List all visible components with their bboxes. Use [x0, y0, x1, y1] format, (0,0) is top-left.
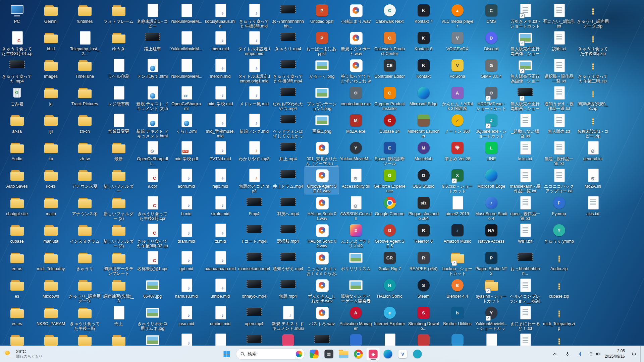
desktop-icon[interactable] — [136, 331, 169, 346]
desktop-icon[interactable]: ✓ノートン 360 — [440, 112, 474, 139]
search-input[interactable]: 検索 — [236, 348, 305, 360]
desktop-icon[interactable]: Pおーばーまにあ.ppsf — [305, 29, 339, 57]
desktop-icon[interactable]: Y↗YukkuriMovieM... - ショートカット — [474, 304, 508, 331]
desktop-icon[interactable]: Yきゅうり.ymmp — [542, 222, 576, 249]
desktop-icon[interactable]: NANative Access — [474, 222, 508, 249]
desktop-icon[interactable]: きゅうり食ってた午後三時 — [68, 304, 102, 331]
desktop-icon[interactable]: _起動しない場合.txt — [508, 112, 542, 139]
desktop-icon[interactable] — [203, 331, 237, 346]
desktop-icon[interactable]: ksks.txt — [508, 139, 542, 167]
desktop-icon[interactable]: HALion Sonic 01.wav — [305, 194, 339, 222]
desktop-icon[interactable]: SSteam — [407, 277, 440, 304]
desktop-icon[interactable]: バストろ.wav — [305, 304, 339, 331]
desktop-icon[interactable]: きゅうり.mp4 — [271, 29, 305, 57]
desktop-icon[interactable]: CCMS — [474, 2, 508, 29]
desktop-icon[interactable]: 小銭詰まり.wav — [339, 2, 373, 29]
taskbar-app-widgets-pinwheel[interactable] — [308, 347, 321, 361]
desktop-icon[interactable]: akis.txt — [576, 194, 610, 222]
desktop-icon[interactable]: YYukkuriMovieM... — [339, 139, 373, 167]
desktop-icon[interactable]: まにまにわーるど！.txt — [508, 304, 542, 331]
desktop-icon[interactable]: 羽茂へ.mp4 — [271, 194, 305, 222]
desktop-icon[interactable]: 最新 — [102, 139, 136, 167]
desktop-icon[interactable]: RREAPER (x64) — [407, 249, 440, 277]
desktop-icon[interactable]: Auto Saves — [0, 167, 34, 194]
desktop-icon[interactable]: 路上駐車 — [136, 29, 169, 57]
desktop-icon[interactable]: sirofo.mid — [203, 194, 237, 222]
desktop-icon[interactable]: ar-sa — [0, 112, 34, 139]
desktop-icon[interactable]: VVOICEVOX — [440, 29, 474, 57]
desktop-icon[interactable]: id-id — [34, 29, 68, 57]
desktop-icon[interactable]: 新しいフォルダー (3) — [102, 222, 136, 249]
desktop-icon[interactable]: hamusu.mid — [169, 277, 203, 304]
desktop-icon[interactable]: テンポあて.html — [136, 57, 169, 84]
desktop-icon[interactable]: きゅうり食ってた午後3時.zip — [576, 29, 610, 57]
desktop-icon[interactable]: es — [0, 277, 34, 304]
desktop-icon[interactable]: chatgpt-site — [0, 194, 34, 222]
desktop-icon[interactable]: KKontakt — [407, 57, 440, 84]
desktop-icon[interactable]: Fコード.mp4 — [237, 222, 271, 249]
desktop-icon[interactable]: bBrother Utilities — [440, 304, 474, 331]
desktop-icon[interactable]: GGroove Agent SE 5 — [373, 222, 407, 249]
desktop-icon[interactable]: プレゼンテーション1.png — [305, 84, 339, 112]
desktop-icon[interactable]: 筆筆まめ Ver.28 — [440, 139, 474, 167]
desktop-icon[interactable]: sfzPlogue sforzando x64 — [407, 194, 440, 222]
desktop-icon[interactable]: mero.mid — [203, 29, 237, 57]
microphone-tray-button[interactable] — [561, 347, 574, 361]
desktop-icon[interactable]: メドレー風.mid — [237, 84, 271, 112]
desktop-icon[interactable]: midi_Telepathy — [34, 249, 68, 277]
desktop-icon[interactable]: 説明.txt — [542, 29, 576, 57]
desktop-icon[interactable]: 無題.mp4 — [271, 277, 305, 304]
desktop-icon[interactable]: KKontakt 7 — [407, 2, 440, 29]
desktop-icon[interactable]: cubase — [0, 222, 34, 249]
desktop-icon[interactable]: 売上 — [102, 304, 136, 331]
desktop-icon[interactable]: YukkuriMovieM... — [169, 29, 203, 57]
desktop-icon[interactable]: 65407.jpg — [136, 277, 169, 304]
desktop-icon[interactable]: OpenCvSharp.xml — [169, 84, 203, 112]
desktop-icon[interactable]: CCubase 14 — [373, 112, 407, 139]
desktop-icon[interactable]: ⚙createdump.exe — [339, 84, 373, 112]
desktop-icon[interactable] — [305, 331, 339, 346]
desktop-icon[interactable] — [474, 331, 508, 346]
clock[interactable]: 2:05 2025/09/16 — [602, 349, 628, 359]
taskbar-app-dark-window-app[interactable]: ▦ — [322, 347, 336, 361]
desktop-icon[interactable]: en-us — [0, 249, 34, 277]
desktop-icon[interactable]: ↗無人販売不正行為動画 - ショートカット — [508, 84, 542, 112]
desktop-icon[interactable]: ↗syasinn - ショートカット — [474, 277, 508, 304]
desktop-icon[interactable]: X↗9.5.xlsx - ショートカット — [440, 167, 474, 194]
desktop-icon[interactable]: runtimes — [68, 2, 102, 29]
desktop-icon[interactable]: aorin.mid — [169, 167, 203, 194]
desktop-icon[interactable]: 死にたい_o歌詞.txt — [542, 2, 576, 29]
desktop-icon[interactable]: こっちｅｈｄｓおｆｄｓｂらお.wav — [305, 249, 339, 277]
desktop-icon[interactable] — [373, 331, 407, 346]
desktop-icon[interactable] — [271, 331, 305, 346]
desktop-icon[interactable]: Aかんたん！AITalk 3 関西風 — [440, 84, 474, 112]
start-button[interactable] — [220, 347, 233, 361]
desktop-icon[interactable]: ニコニコバックアップコー.txt — [542, 167, 576, 194]
network-volume-button[interactable] — [587, 347, 602, 361]
desktop-icon[interactable]: HHALion Sonic — [373, 277, 407, 304]
notification-bell-button[interactable] — [628, 347, 640, 361]
desktop-icon[interactable]: 営業日変更 — [102, 112, 136, 139]
desktop-icon[interactable]: ohhayo-.mp4 — [237, 277, 271, 304]
desktop-icon[interactable]: ゆうき — [102, 29, 136, 57]
desktop-icon[interactable]: きゅうり_調声用データ.zip — [576, 2, 610, 29]
desktop-icon[interactable]: CEController Editor — [373, 57, 407, 84]
desktop-icon[interactable]: open - 親作品一覧.txt — [508, 194, 542, 222]
desktop-icon[interactable]: 新しいフォルダー — [102, 167, 136, 194]
desktop-icon[interactable]: Audio — [0, 139, 34, 167]
desktop-icon[interactable]: Microsoft Edge — [407, 84, 440, 112]
desktop-icon[interactable]: フォトフレーム — [102, 2, 136, 29]
desktop-icon[interactable]: ↗万引きメモ.txt - ショートカット — [508, 2, 542, 29]
desktop-icon[interactable]: PC — [0, 2, 34, 29]
desktop-icon[interactable]: 答え知っててもむずいわこれ.wav — [339, 57, 373, 84]
desktop-icon[interactable]: BBlender 4.4 — [440, 277, 474, 304]
desktop-icon[interactable]: TimeTune — [68, 57, 102, 84]
desktop-icon[interactable]: rajio.mid — [203, 167, 237, 194]
desktop-icon[interactable]: CCakewalk Product Center — [373, 29, 407, 57]
desktop-icon[interactable]: 2ぷよぷよ™テトリス®2 — [339, 222, 373, 249]
desktop-icon[interactable]: AActivation Manager — [339, 304, 373, 331]
desktop-icon[interactable]: 新規 テキスト ドキュメント (2).html — [136, 84, 169, 112]
desktop-icon[interactable]: きゅうり食ってた午後3時-01.cpr — [0, 29, 34, 57]
desktop-icon[interactable] — [440, 331, 474, 346]
desktop-icon[interactable]: mid_学校muse.mid — [203, 112, 237, 139]
